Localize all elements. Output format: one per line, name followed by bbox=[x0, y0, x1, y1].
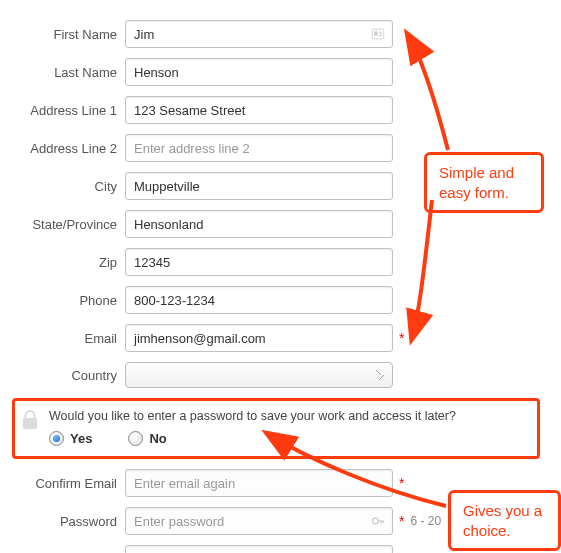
confirm-email-input[interactable] bbox=[125, 469, 393, 497]
lock-icon bbox=[21, 409, 39, 431]
country-select[interactable] bbox=[125, 362, 393, 388]
state-label: State/Province bbox=[0, 217, 125, 232]
email-label: Email bbox=[0, 331, 125, 346]
first-name-input[interactable] bbox=[125, 20, 393, 48]
required-mark: * bbox=[399, 475, 404, 491]
zip-input[interactable] bbox=[125, 248, 393, 276]
password-prompt: Would you like to enter a password to sa… bbox=[49, 409, 527, 423]
radio-yes-indicator bbox=[49, 431, 64, 446]
zip-label: Zip bbox=[0, 255, 125, 270]
city-input[interactable] bbox=[125, 172, 393, 200]
password-question-box: Would you like to enter a password to sa… bbox=[12, 398, 540, 459]
radio-option-no[interactable]: No bbox=[128, 431, 166, 446]
password-input[interactable] bbox=[125, 507, 393, 535]
svg-rect-0 bbox=[372, 29, 383, 39]
password-hint: 6 - 20 bbox=[410, 514, 441, 528]
svg-rect-5 bbox=[23, 418, 37, 429]
state-input[interactable] bbox=[125, 210, 393, 238]
last-name-input[interactable] bbox=[125, 58, 393, 86]
phone-input[interactable] bbox=[125, 286, 393, 314]
callout-choice: Gives you a choice. bbox=[448, 490, 561, 551]
confirm-password-input[interactable] bbox=[125, 545, 393, 553]
radio-option-yes[interactable]: Yes bbox=[49, 431, 92, 446]
first-name-label: First Name bbox=[0, 27, 125, 42]
email-input[interactable] bbox=[125, 324, 393, 352]
radio-no-label: No bbox=[149, 431, 166, 446]
callout-simple: Simple and easy form. bbox=[424, 152, 544, 213]
required-mark: * bbox=[399, 330, 404, 346]
address2-label: Address Line 2 bbox=[0, 141, 125, 156]
confirm-email-label: Confirm Email bbox=[0, 476, 125, 491]
last-name-label: Last Name bbox=[0, 65, 125, 80]
address1-input[interactable] bbox=[125, 96, 393, 124]
password-label: Password bbox=[0, 514, 125, 529]
key-icon bbox=[371, 514, 385, 528]
address1-label: Address Line 1 bbox=[0, 103, 125, 118]
contact-card-icon bbox=[371, 27, 385, 41]
phone-label: Phone bbox=[0, 293, 125, 308]
city-label: City bbox=[0, 179, 125, 194]
country-label: Country bbox=[0, 368, 125, 383]
address2-input[interactable] bbox=[125, 134, 393, 162]
radio-yes-label: Yes bbox=[70, 431, 92, 446]
svg-rect-1 bbox=[374, 31, 378, 35]
svg-point-6 bbox=[373, 518, 379, 524]
required-mark: * bbox=[399, 513, 404, 529]
radio-no-indicator bbox=[128, 431, 143, 446]
